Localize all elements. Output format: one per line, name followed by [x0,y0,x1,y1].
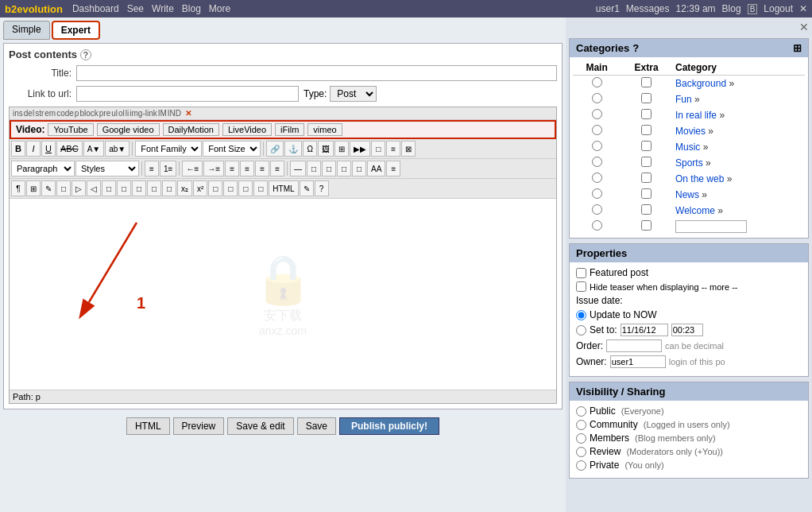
tb-r11[interactable]: □ [102,180,116,196]
underline-button[interactable]: U [41,141,56,157]
cat-radio-inreallife[interactable] [592,109,602,119]
tb-r17[interactable]: □ [223,180,238,196]
post-contents-help[interactable]: ? [80,49,91,60]
title-input[interactable] [76,65,557,81]
type-select[interactable]: Post Page [330,86,377,102]
html-button[interactable]: HTML [126,417,170,435]
show-blocks[interactable]: ¶ [11,180,25,196]
table-button[interactable]: ⊞ [334,141,349,157]
publish-button[interactable]: Publish publicly! [339,417,439,435]
outdent-button[interactable]: ←≡ [182,161,203,176]
cat-check-ontheweb[interactable] [641,173,652,183]
tb-r7[interactable]: ✎ [41,180,56,196]
video-youtube[interactable]: YouTube [48,123,93,136]
save-button[interactable]: Save [297,417,336,435]
more-button[interactable]: ▶▶ [350,141,370,157]
align-left[interactable]: ≡ [225,161,239,176]
superscript-button[interactable]: ab▼ [105,141,130,157]
plugin-tag-x[interactable]: ✕ [185,109,191,118]
tb-r12[interactable]: □ [117,180,131,196]
cat-check-music[interactable] [641,141,652,151]
order-input[interactable] [606,339,662,352]
set-to-radio[interactable] [576,325,586,336]
plugin-tag-ind[interactable]: IND [168,109,181,118]
bold-button[interactable]: B [11,141,25,157]
paragraph-select[interactable]: Paragraph [11,161,75,176]
plugin-tag-ul[interactable]: ul [111,109,118,118]
categories-expand-icon[interactable]: ⊞ [793,42,802,54]
blog-link[interactable]: Blog [722,3,741,14]
vis-public-radio[interactable] [576,406,586,417]
vis-members-radio[interactable] [576,433,586,444]
font-size-select[interactable]: Font Size [203,141,261,157]
logout-link[interactable]: Logout [764,3,793,14]
plugin-tag-em[interactable]: em [44,109,56,118]
vis-private-radio[interactable] [576,460,586,471]
tb-extra-3[interactable]: ⊠ [401,141,416,157]
cat-check-movies[interactable] [641,125,652,135]
special-char-button[interactable]: Ω [303,141,317,157]
italic-button[interactable]: I [26,141,41,157]
cat-radio-sports[interactable] [592,157,602,167]
strikethrough-button[interactable]: ABC [56,141,83,157]
cat-radio-empty[interactable] [592,220,602,231]
plugin-tag-block[interactable]: block [79,109,98,118]
cat-radio-fun[interactable] [592,93,602,103]
rule-button[interactable]: — [290,161,306,176]
anchor-button[interactable]: ⚓ [284,141,302,157]
tb-extra-1[interactable]: □ [371,141,385,157]
tb-r10[interactable]: ◁ [87,180,101,196]
hide-teaser-checkbox[interactable] [576,281,586,292]
plugin-tag-ins[interactable]: ins [13,109,23,118]
video-vimeo[interactable]: vimeo [307,123,342,136]
tb-grid[interactable]: ⊞ [26,180,41,196]
tb-r13[interactable]: □ [132,180,146,196]
tb-r21[interactable]: ✎ [300,180,314,196]
plugin-tag-img-link[interactable]: img-link [130,109,157,118]
cat-check-empty[interactable] [641,220,652,231]
link-button[interactable]: 🔗 [266,141,284,157]
tb-r6[interactable]: ≡ [386,161,400,176]
plugin-tag-del[interactable]: del [24,109,34,118]
categories-help[interactable]: ? [632,42,639,54]
image-button[interactable]: 🖼 [318,141,334,157]
featured-post-checkbox[interactable] [576,268,586,278]
cat-radio-movies[interactable] [592,125,602,135]
nav-more[interactable]: More [209,3,230,14]
plugin-tag-im[interactable]: IM [158,109,167,118]
time-input[interactable] [671,324,703,336]
tb-r1[interactable]: □ [307,161,321,176]
plugin-tag-pre[interactable]: pre [99,109,110,118]
video-dailymotion[interactable]: DailyMotion [163,123,219,136]
cat-check-inreallife[interactable] [641,109,652,119]
cat-check-fun[interactable] [641,93,652,103]
cat-radio-music[interactable] [592,141,602,151]
tb-r14[interactable]: □ [147,180,161,196]
styles-select[interactable]: Styles [75,161,139,176]
nav-blog[interactable]: Blog [182,3,201,14]
nav-write[interactable]: Write [152,3,174,14]
tb-r3[interactable]: □ [337,161,351,176]
vis-community-radio[interactable] [576,420,586,430]
tb-r2[interactable]: □ [322,161,336,176]
save-edit-button[interactable]: Save & edit [227,417,293,435]
date-input[interactable] [621,324,668,336]
tb-r19[interactable]: □ [253,180,268,196]
cat-check-news[interactable] [641,188,652,199]
cat-radio-news[interactable] [592,188,602,199]
cat-new-input[interactable] [675,220,747,233]
tb-r8[interactable]: □ [56,180,71,196]
plugin-tag-code[interactable]: code [56,109,74,118]
cat-check-welcome[interactable] [641,204,652,215]
nav-dashboard[interactable]: Dashboard [72,3,119,14]
align-center[interactable]: ≡ [240,161,254,176]
tb-r16[interactable]: □ [208,180,222,196]
tb-extra-2[interactable]: ≡ [386,141,400,157]
ul-button[interactable]: ≡ [145,161,159,176]
tb-r20[interactable]: HTML [269,180,298,196]
text-color-button[interactable]: A▼ [83,141,105,157]
align-justify[interactable]: ≡ [270,161,284,176]
plugin-tag-ol[interactable]: ol [118,109,125,118]
video-google[interactable]: Google video [97,123,160,136]
video-ifilm[interactable]: iFilm [275,123,304,136]
